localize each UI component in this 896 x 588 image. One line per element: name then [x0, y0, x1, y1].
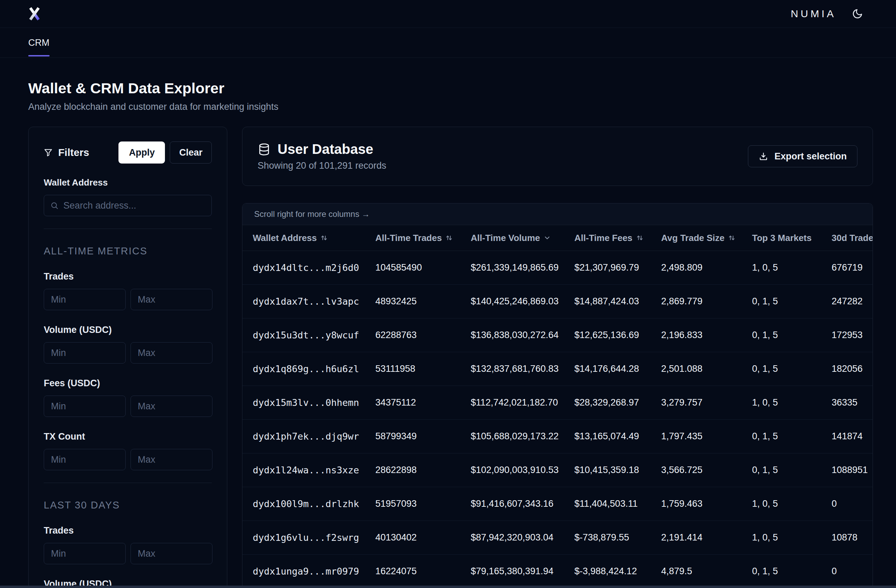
all-time-trades-cell: 34375112: [365, 397, 460, 408]
trades-30d-cell: 247282: [821, 296, 873, 307]
min-input[interactable]: [44, 543, 126, 564]
column-header-30d-trades: 30d Trades: [821, 233, 873, 244]
horizontal-scrollbar[interactable]: [0, 586, 896, 588]
sort-updown-icon: [636, 234, 644, 242]
all-time-fees-cell: $11,404,503.11: [564, 498, 651, 509]
min-input[interactable]: [44, 449, 126, 470]
tab-crm[interactable]: CRM: [28, 28, 50, 58]
all-time-fees-cell: $-738,879.55: [564, 532, 651, 543]
apply-button[interactable]: Apply: [119, 142, 165, 163]
column-header-wallet-address[interactable]: Wallet Address: [242, 233, 365, 244]
filters-title: Filters: [58, 147, 89, 158]
trades-30d-cell: 10878: [821, 532, 873, 543]
all-time-fees-cell: $-3,988,424.12: [564, 566, 651, 577]
all-time-volume-cell: $261,339,149,865.69: [460, 262, 564, 273]
table-row[interactable]: dydx1dax7t...lv3apc 48932425 $140,425,24…: [242, 285, 873, 318]
wallet-address-cell: dydx1g6vlu...f2swrg: [242, 532, 365, 543]
sort-updown-icon: [320, 234, 328, 242]
top-3-markets-cell: 0, 1, 5: [742, 330, 821, 340]
all-time-fees-cell: $28,329,268.97: [564, 397, 651, 408]
filter-field-label: Trades: [44, 271, 212, 282]
trades-30d-cell: 1088951: [821, 465, 873, 475]
records-count: Showing 20 of 101,291 records: [258, 160, 386, 171]
table-row[interactable]: dydx1q869g...h6u6zl 53111958 $132,837,68…: [242, 352, 873, 386]
all-time-trades-cell: 28622898: [365, 465, 460, 475]
database-header-card: User Database Showing 20 of 101,291 reco…: [242, 127, 873, 186]
all-time-volume-cell: $91,416,607,343.16: [460, 498, 564, 509]
section-divider: [44, 483, 212, 483]
trades-30d-cell: 182056: [821, 364, 873, 374]
all-time-volume-cell: $136,838,030,272.64: [460, 330, 564, 340]
top-3-markets-cell: 1, 0, 5: [742, 498, 821, 509]
table-row[interactable]: dydx14dltc...m2j6d0 104585490 $261,339,1…: [242, 251, 873, 285]
avg-trade-size-cell: 2,196.833: [651, 330, 742, 340]
tab-crm-label: CRM: [28, 38, 50, 48]
top-navigation-bar: NUMIA: [0, 0, 896, 28]
page-title: Wallet & CRM Data Explorer: [28, 80, 896, 97]
scroll-hint: Scroll right for more columns →: [242, 203, 873, 225]
column-header-all-time-trades[interactable]: All-Time Trades: [365, 233, 460, 244]
all-time-volume-cell: $105,688,029,173.22: [460, 431, 564, 442]
table-row[interactable]: dydx1unga9...mr0979 16224075 $79,165,380…: [242, 554, 873, 588]
all-time-fees-cell: $14,887,424.03: [564, 296, 651, 307]
all-time-volume-cell: $140,425,246,869.03: [460, 296, 564, 307]
table-row[interactable]: dydx1ph7ek...djq9wr 58799349 $105,688,02…: [242, 420, 873, 453]
search-icon: [50, 201, 58, 210]
top-3-markets-cell: 0, 1, 5: [742, 431, 821, 442]
all-time-volume-cell: $79,165,380,391.94: [460, 566, 564, 577]
filter-sections: ALL-TIME METRICS Trades Volume (USDC) Fe…: [44, 228, 212, 588]
sort-updown-icon: [445, 234, 453, 242]
top-3-markets-cell: 0, 1, 5: [742, 364, 821, 374]
wallet-address-cell: dydx100l9m...drlzhk: [242, 498, 365, 509]
table-row[interactable]: dydx1g6vlu...f2swrg 40130402 $87,942,320…: [242, 521, 873, 554]
wallet-address-cell: dydx15u3dt...y8wcuf: [242, 330, 365, 340]
all-time-trades-cell: 48932425: [365, 296, 460, 307]
theme-toggle-button[interactable]: [852, 8, 863, 19]
column-label: All-Time Fees: [574, 233, 632, 244]
filter-field-label: Fees (USDC): [44, 378, 212, 388]
max-input[interactable]: [131, 543, 212, 564]
wallet-address-cell: dydx1l24wa...ns3xze: [242, 465, 365, 475]
table-row[interactable]: dydx15u3dt...y8wcuf 62288763 $136,838,03…: [242, 318, 873, 352]
x-logo[interactable]: [28, 7, 41, 21]
avg-trade-size-cell: 2,501.088: [651, 364, 742, 374]
search-address-input[interactable]: [63, 200, 205, 211]
column-label: All-Time Volume: [471, 233, 540, 244]
active-tab-underline: [28, 55, 50, 56]
wallet-address-cell: dydx1q869g...h6u6zl: [242, 364, 365, 374]
column-header-avg-trade-size[interactable]: Avg Trade Size: [651, 233, 742, 244]
table-header-row: Wallet AddressAll-Time TradesAll-Time Vo…: [242, 225, 873, 251]
top-3-markets-cell: 0, 1, 5: [742, 566, 821, 577]
max-input[interactable]: [131, 396, 212, 417]
wallet-address-search: [44, 195, 212, 216]
min-input[interactable]: [44, 289, 126, 310]
all-time-fees-cell: $12,625,136.69: [564, 330, 651, 340]
table-row[interactable]: dydx100l9m...drlzhk 51957093 $91,416,607…: [242, 487, 873, 521]
table-row[interactable]: dydx15m3lv...0hhemn 34375112 $112,742,02…: [242, 386, 873, 420]
all-time-trades-cell: 62288763: [365, 330, 460, 340]
column-header-all-time-volume[interactable]: All-Time Volume: [460, 233, 564, 244]
max-input[interactable]: [131, 342, 212, 364]
column-label: All-Time Trades: [375, 233, 442, 244]
section-divider: [44, 228, 212, 229]
wallet-address-label: Wallet Address: [44, 177, 212, 188]
clear-button[interactable]: Clear: [170, 142, 212, 163]
top-3-markets-cell: 0, 1, 5: [742, 465, 821, 475]
page-subtitle: Analyze blockchain and customer data for…: [28, 102, 896, 112]
export-selection-button[interactable]: Export selection: [748, 145, 858, 167]
avg-trade-size-cell: 2,498.809: [651, 262, 742, 273]
wallet-address-cell: dydx14dltc...m2j6d0: [242, 262, 365, 273]
column-label: Wallet Address: [253, 233, 317, 244]
max-input[interactable]: [131, 289, 212, 310]
table-row[interactable]: dydx1l24wa...ns3xze 28622898 $102,090,00…: [242, 453, 873, 487]
all-time-volume-cell: $132,837,681,760.83: [460, 364, 564, 374]
top-3-markets-cell: 1, 0, 5: [742, 262, 821, 273]
min-input[interactable]: [44, 342, 126, 364]
min-input[interactable]: [44, 396, 126, 417]
max-input[interactable]: [131, 449, 212, 470]
wallet-address-cell: dydx1unga9...mr0979: [242, 566, 365, 577]
all-time-volume-cell: $112,742,021,182.70: [460, 397, 564, 408]
download-icon: [759, 151, 768, 161]
column-header-all-time-fees[interactable]: All-Time Fees: [564, 233, 651, 244]
top-3-markets-cell: 0, 1, 5: [742, 296, 821, 307]
